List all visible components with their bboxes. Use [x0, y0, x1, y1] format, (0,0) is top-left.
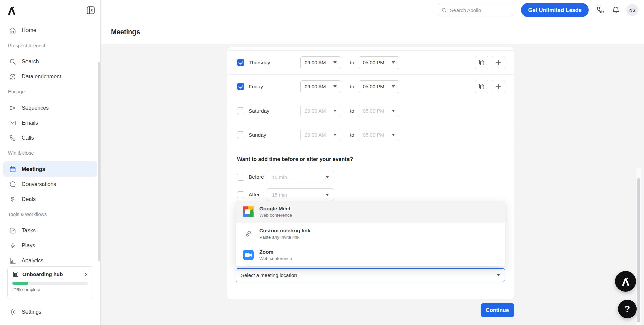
add-time-range-button[interactable] — [492, 80, 505, 93]
start-time-value: 09:00 AM — [305, 60, 326, 65]
sunday-start-time-select[interactable]: 09:00 AM — [300, 129, 341, 141]
option-custom-meeting-link[interactable]: Custom meeting link Paste any invite lin… — [236, 223, 505, 245]
to-label: to — [350, 84, 354, 89]
option-google-meet[interactable]: Google Meet Web conference — [236, 201, 505, 223]
sidebar-item-label: Emails — [22, 120, 38, 126]
to-label: to — [350, 108, 354, 114]
get-unlimited-leads-button[interactable]: Get Unlimited Leads — [521, 3, 589, 17]
sidebar-item-conversations[interactable]: Conversations — [0, 177, 100, 192]
before-duration-select[interactable]: 15 min — [267, 171, 334, 183]
before-checkbox[interactable] — [237, 174, 244, 181]
caret-down-icon — [392, 110, 395, 112]
friday-checkbox[interactable] — [237, 83, 244, 90]
sidebar-item-emails[interactable]: Emails — [0, 115, 100, 130]
onboarding-hub-title: Onboarding hub — [22, 271, 79, 277]
data-enrichment-icon — [9, 73, 16, 80]
sidebar-item-settings[interactable]: Settings — [0, 304, 100, 320]
friday-start-time-select[interactable]: 09:00 AM — [300, 80, 341, 93]
sidebar-item-label: Plays — [22, 243, 35, 249]
sidebar-item-analytics[interactable]: Analytics — [0, 253, 100, 268]
buffer-question: Want to add time before or after your ev… — [237, 156, 505, 162]
to-label: to — [350, 60, 354, 65]
availability-card: Thursday 09:00 AM to 05:00 PM Friday 09:… — [227, 47, 514, 299]
weekly-schedule: Thursday 09:00 AM to 05:00 PM Friday 09:… — [227, 50, 514, 147]
end-time-value: 05:00 PM — [363, 132, 384, 138]
sidebar-item-calls[interactable]: Calls — [0, 130, 100, 145]
zoom-icon — [242, 249, 254, 261]
after-checkbox[interactable] — [237, 191, 244, 198]
sidebar-item-tasks[interactable]: Tasks — [0, 223, 100, 238]
after-label: After — [249, 192, 267, 198]
add-time-range-button[interactable] — [492, 56, 505, 69]
sidebar-item-sequences[interactable]: Sequences — [0, 100, 100, 115]
friday-end-time-select[interactable]: 05:00 PM — [359, 80, 399, 93]
sunday-checkbox[interactable] — [237, 131, 244, 138]
caret-down-icon — [392, 134, 395, 136]
apollo-assistant-fab[interactable] — [615, 271, 636, 292]
thursday-end-time-select[interactable]: 05:00 PM — [359, 56, 399, 69]
saturday-end-time-select[interactable]: 05:00 PM — [359, 105, 399, 117]
global-search — [438, 4, 513, 16]
collapse-sidebar-button[interactable] — [86, 5, 96, 15]
email-icon — [9, 119, 16, 127]
sidebar-section-label: Tools & workflows — [0, 212, 100, 223]
gear-icon — [9, 308, 16, 316]
google-meet-icon — [242, 206, 254, 218]
option-title: Zoom — [259, 249, 292, 255]
meeting-location-placeholder: Select a meeting location — [241, 272, 297, 278]
sidebar-item-label: Settings — [22, 309, 41, 315]
lightning-icon — [9, 242, 16, 249]
caret-down-icon — [326, 194, 329, 196]
copy-icon — [478, 59, 485, 66]
caret-down-icon — [326, 176, 329, 178]
meeting-location-select[interactable]: Select a meeting location — [236, 268, 505, 282]
copy-times-button[interactable] — [475, 56, 488, 69]
saturday-start-time-select[interactable]: 09:00 AM — [300, 105, 341, 117]
option-title: Custom meeting link — [259, 227, 310, 234]
option-title: Google Meet — [259, 206, 292, 212]
caret-down-icon — [333, 85, 337, 88]
notifications-button[interactable] — [611, 6, 620, 14]
sidebar-item-label: Analytics — [22, 258, 43, 264]
sidebar-item-data-enrichment[interactable]: Data enrichment — [0, 69, 100, 84]
user-avatar[interactable]: NS — [626, 4, 638, 16]
home-icon — [9, 27, 16, 34]
bell-icon — [611, 6, 620, 14]
thursday-checkbox[interactable] — [237, 59, 244, 66]
topbar: Get Unlimited Leads NS — [101, 0, 644, 20]
caret-down-icon — [333, 134, 337, 136]
continue-button[interactable]: Continue — [481, 303, 514, 317]
sidebar-item-home[interactable]: Home — [0, 23, 100, 38]
page-header: Meetings — [101, 20, 644, 44]
sidebar-item-plays[interactable]: Plays — [0, 238, 100, 253]
page-scrollbar-thumb[interactable] — [637, 178, 640, 322]
onboarding-progress-fill — [12, 282, 28, 285]
day-row-friday: Friday 09:00 AM to 05:00 PM — [227, 75, 514, 99]
copy-times-button[interactable] — [475, 80, 488, 93]
saturday-checkbox[interactable] — [237, 107, 244, 114]
sidebar-item-meetings[interactable]: Meetings — [3, 161, 97, 177]
option-zoom[interactable]: Zoom Web conference — [236, 244, 505, 266]
caret-down-icon — [333, 110, 337, 112]
search-input[interactable] — [450, 7, 509, 13]
after-duration-select[interactable]: 15 min — [267, 188, 334, 201]
start-time-value: 09:00 AM — [305, 108, 326, 114]
sunday-end-time-select[interactable]: 05:00 PM — [359, 129, 399, 141]
dialer-button[interactable] — [596, 6, 605, 14]
sidebar-item-label: Deals — [22, 196, 36, 202]
day-label: Saturday — [249, 108, 300, 114]
day-label: Thursday — [249, 60, 300, 66]
thursday-start-time-select[interactable]: 09:00 AM — [300, 56, 341, 69]
day-label: Friday — [249, 84, 300, 90]
onboarding-hub-card[interactable]: Onboarding hub 21% complete — [7, 266, 93, 299]
sidebar-item-label: Sequences — [22, 105, 49, 111]
day-row-thursday: Thursday 09:00 AM to 05:00 PM — [227, 51, 514, 75]
help-fab[interactable]: ? — [618, 300, 637, 318]
sidebar-item-deals[interactable]: $ Deals — [0, 192, 100, 207]
sidebar: Home Prospect & enrich Search Data enric… — [0, 0, 101, 325]
end-time-value: 05:00 PM — [363, 60, 384, 65]
sidebar-scrollbar-thumb[interactable] — [98, 62, 100, 261]
sidebar-item-search[interactable]: Search — [0, 54, 100, 69]
option-description: Paste any invite link — [259, 235, 310, 240]
link-icon — [242, 227, 254, 240]
